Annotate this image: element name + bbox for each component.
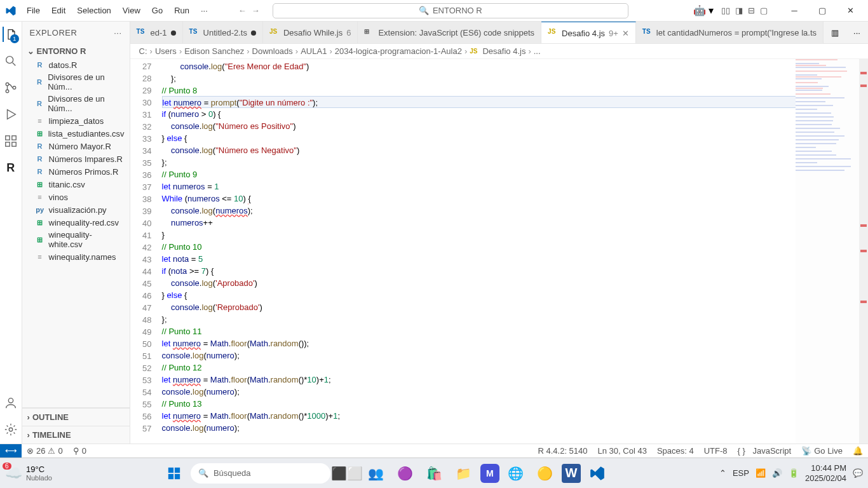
sidebar-more-icon[interactable]: ··· [114,28,121,37]
status-spaces[interactable]: Spaces: 4 [652,446,699,456]
explorer-icon[interactable]: 1 [3,27,18,42]
tray-lang[interactable]: ESP [733,468,749,478]
editor-tab[interactable]: JSDesafio 4.js9+✕ [541,22,636,44]
code-editor[interactable]: 2728293031323334353637383940414243444546… [130,59,868,444]
copilot-tb-icon[interactable]: 🟣 [393,461,418,486]
editor-tab[interactable]: TSlet cantidadNumeros = prompt('Ingrese … [636,22,824,44]
status-r-version[interactable]: R 4.4.2: 5140 [532,446,592,456]
outline-section[interactable]: ›OUTLINE [22,408,130,426]
explorer-tb-icon[interactable]: 📁 [451,461,477,486]
editor-tab[interactable]: ⊞Extension: JavaScript (ES6) code snippe… [358,22,541,44]
file-item[interactable]: ≡winequality.names [22,250,130,263]
layout-icon-4[interactable]: ▢ [760,6,768,15]
file-item[interactable]: ⊞titanic.csv [22,178,130,191]
r-extension-icon[interactable]: R [3,160,18,175]
copilot-icon[interactable]: 🤖 ▾ [693,4,714,17]
menu-view[interactable]: View [118,3,146,18]
breadcrumb-item[interactable]: Desafio 4.js [482,46,526,56]
start-button[interactable] [161,461,187,486]
editor-tab[interactable]: TSed-1 [130,22,183,44]
file-item[interactable]: ≡limpieza_datos [22,114,130,127]
file-item[interactable]: RNúmeros Impares.R [22,152,130,165]
nav-forward-icon[interactable]: → [252,6,260,15]
breadcrumb-item[interactable]: AULA1 [301,46,327,56]
menu-selection[interactable]: Selection [72,3,116,18]
menu-edit[interactable]: Edit [46,3,71,18]
breadcrumb[interactable]: C:›Users›Edison Sanchez›Downloads›AULA1›… [130,44,868,59]
close-button[interactable]: ✕ [837,1,863,20]
nav-back-icon[interactable]: ← [238,6,247,15]
extensions-icon[interactable] [3,133,18,149]
file-item[interactable]: RDivisores de un Núm... [22,93,130,114]
search-activity-icon[interactable] [3,53,18,69]
file-item[interactable]: ⊞winequality-white.csv [22,229,130,250]
status-golive[interactable]: 📡Go Live [796,446,848,456]
tray-notification-icon[interactable]: 💬 [853,468,863,478]
tray-clock[interactable]: 10:44 PM 2025/02/04 [805,463,846,483]
maximize-button[interactable]: ▢ [810,1,835,20]
status-encoding[interactable]: UTF-8 [699,446,733,456]
status-language[interactable]: { } JavaScript [733,446,797,456]
taskbar-search[interactable]: 🔍Búsqueda [191,463,330,484]
editor-tab[interactable]: TSUntitled-2.ts [183,22,263,44]
code-content[interactable]: console.log("Eres Menor de Edad") };// P… [162,59,868,444]
status-ports[interactable]: ⚲0 [68,446,92,456]
status-bell-icon[interactable]: 🔔 [848,446,868,456]
remote-icon[interactable]: ⟷ [0,444,22,458]
svg-rect-8 [12,136,16,140]
file-item[interactable]: Rdatos.R [22,58,130,71]
menu-go[interactable]: Go [147,3,168,18]
vscode-tb-icon[interactable] [585,461,610,486]
tab-split-icon[interactable]: ▥ [824,22,846,43]
breadcrumb-item[interactable]: 2034-logica-programacion-1-Aula2 [335,46,462,56]
tray-volume-icon[interactable]: 🔊 [772,468,782,478]
run-debug-icon[interactable] [3,107,18,122]
file-item[interactable]: RNúmero Mayor.R [22,140,130,152]
file-item[interactable]: RNúmeros Primos.R [22,165,130,178]
tray-chevron-icon[interactable]: ⌃ [719,468,726,478]
command-center[interactable]: 🔍 ENTORNO R [273,3,628,18]
breadcrumb-item[interactable]: C: [139,46,147,56]
tray-wifi-icon[interactable]: 📶 [756,468,766,478]
file-item[interactable]: RDivisores de un Núm... [22,71,130,93]
status-cursor[interactable]: Ln 30, Col 43 [593,446,652,456]
timeline-section[interactable]: ›TIMELINE [22,426,130,444]
account-icon[interactable] [3,395,18,410]
minimize-button[interactable]: ─ [782,1,807,20]
edge-icon[interactable]: 🌐 [503,461,529,486]
minimap[interactable] [796,59,859,444]
menu-run[interactable]: Run [169,3,194,18]
teams-icon[interactable]: 👥 [363,461,389,486]
word-icon[interactable]: W [562,464,581,483]
taskbar-weather[interactable]: ☁️ 6 19°C Nublado [5,464,52,482]
sidebar-section-header[interactable]: ⌄ ENTORNO R [22,44,130,58]
tab-overflow-icon[interactable]: ··· [846,22,868,43]
menu-file[interactable]: File [22,3,45,18]
menu-more[interactable]: ··· [196,3,213,18]
file-item[interactable]: ⊞lista_estudiantes.csv [22,127,130,140]
svg-point-2 [6,83,9,86]
file-item[interactable]: ≡vinos [22,191,130,203]
taskview-icon[interactable]: ⬛⬜ [334,461,360,486]
chrome-icon[interactable]: 🟡 [532,461,558,486]
layout-icon-1[interactable]: ▯▯ [721,6,730,15]
source-control-icon[interactable] [3,80,18,95]
status-problems[interactable]: ⊗26 ⚠0 [22,446,68,456]
settings-icon[interactable] [3,422,18,437]
breadcrumb-item[interactable]: Downloads [252,46,293,56]
scrollbar[interactable] [859,59,868,444]
store-icon[interactable]: 🛍️ [422,461,447,486]
layout-icon-3[interactable]: ⊟ [748,6,755,15]
breadcrumb-item[interactable]: Users [155,46,177,56]
file-label: winequality.names [49,252,116,262]
breadcrumb-item[interactable]: Edison Sanchez [184,46,244,56]
layout-icon-2[interactable]: ◨ [735,6,743,15]
svg-rect-14 [175,473,180,478]
app-icon[interactable]: M [480,464,499,483]
breadcrumb-item[interactable]: ... [534,46,541,56]
close-tab-icon[interactable]: ✕ [622,29,629,38]
file-item[interactable]: ⊞winequality-red.csv [22,216,130,229]
editor-tab[interactable]: JSDesafio While.js6 [263,22,358,44]
tray-battery-icon[interactable]: 🔋 [789,468,799,478]
file-item[interactable]: pyvisualización.py [22,203,130,216]
